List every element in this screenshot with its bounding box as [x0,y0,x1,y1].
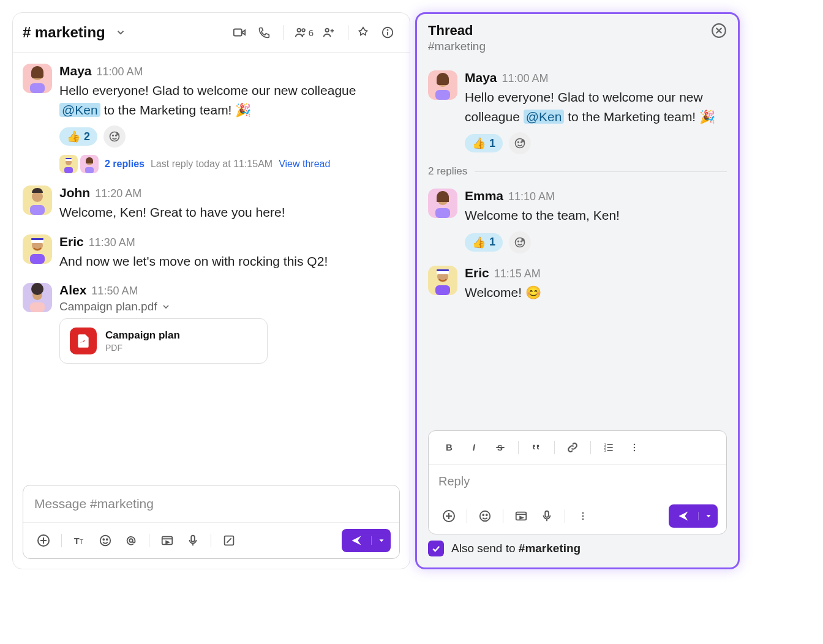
more-format-icon[interactable] [623,436,646,459]
pin-icon[interactable] [351,20,375,45]
also-send-checkbox-row[interactable]: Also send to #marketing [417,541,738,567]
checkbox-checked-icon[interactable] [428,541,444,556]
svg-text:3: 3 [604,449,606,452]
shortcut-icon[interactable] [217,529,241,552]
file-attachment-name[interactable]: Campaign plan.pdf [59,300,400,313]
svg-point-14 [116,135,117,137]
svg-rect-20 [64,167,73,173]
svg-point-63 [521,241,522,242]
svg-rect-53 [435,90,450,100]
avatar[interactable] [23,64,52,93]
svg-rect-11 [30,83,45,93]
reply-input[interactable]: Reply [429,465,726,498]
send-button[interactable] [342,529,391,552]
svg-rect-92 [545,511,549,517]
send-button[interactable] [669,504,718,528]
svg-point-96 [582,519,584,520]
svg-line-47 [227,538,231,542]
link-icon[interactable] [561,436,584,459]
chevron-down-icon[interactable] [115,27,126,38]
reaction-button[interactable]: 👍 1 [465,134,503,152]
add-member-icon[interactable] [316,20,340,45]
add-reaction-button[interactable] [509,132,531,154]
svg-point-80 [634,444,636,446]
message-author[interactable]: Emma [465,189,503,203]
member-count: 6 [309,28,314,38]
phone-call-icon[interactable] [252,20,276,45]
send-icon[interactable] [669,510,698,522]
svg-text:T: T [74,536,80,546]
svg-rect-60 [435,208,450,218]
video-call-icon[interactable] [227,20,252,45]
avatar[interactable] [428,70,457,100]
emoji-icon[interactable] [473,504,497,528]
message-author[interactable]: Maya [465,70,497,85]
mention[interactable]: @Ken [59,103,100,117]
microphone-icon[interactable] [535,504,558,528]
add-reaction-button[interactable] [509,231,531,253]
message-author[interactable]: Maya [59,64,92,78]
svg-rect-22 [85,167,94,173]
list-icon[interactable]: 123 [597,436,620,459]
message-author[interactable]: Eric [59,234,84,249]
svg-point-88 [486,514,487,515]
channel-name[interactable]: # marketing [23,24,105,41]
microphone-icon[interactable] [181,529,205,552]
thread-message-list: Maya 11:00 AM Hello everyone! Glad to we… [417,62,738,424]
file-card[interactable]: Campaign plan PDF [59,318,268,364]
svg-point-3 [302,29,305,32]
avatar[interactable] [23,234,52,264]
send-options-icon[interactable] [698,512,718,520]
message-text: Hello everyone! Glad to welcome our new … [59,81,400,119]
svg-point-38 [103,539,104,540]
video-icon[interactable] [509,504,533,528]
replies-count[interactable]: 2 replies [105,159,145,170]
avatar[interactable] [23,283,52,312]
message-input[interactable]: Message #marketing [23,485,399,523]
file-type: PDF [105,343,180,353]
info-icon[interactable] [375,20,400,45]
send-icon[interactable] [342,534,371,547]
svg-rect-44 [191,536,195,542]
add-reaction-button[interactable] [103,125,126,148]
thread-reply: Emma 11:10 AM Welcome to the team, Ken! … [428,182,727,260]
view-thread-link[interactable]: View thread [279,159,330,170]
strikethrough-icon[interactable]: S [489,436,512,459]
reply-avatar [59,155,78,173]
emoji-icon[interactable] [94,529,117,552]
add-attachment-icon[interactable] [437,504,460,528]
message-author[interactable]: John [59,185,90,200]
svg-point-95 [582,515,584,517]
thread-summary[interactable]: 2 replies Last reply today at 11:15AM Vi… [59,155,400,173]
svg-rect-0 [234,29,242,36]
italic-icon[interactable]: I [463,436,486,459]
svg-rect-31 [30,302,45,312]
reaction-button[interactable]: 👍 1 [465,233,503,252]
bold-icon[interactable]: B [437,436,460,459]
members-icon[interactable]: 6 [291,20,316,45]
close-icon[interactable] [711,23,727,39]
quote-icon[interactable] [525,436,548,459]
svg-point-30 [31,283,43,295]
svg-rect-24 [30,205,45,215]
svg-marker-43 [166,541,169,544]
pdf-icon [70,328,97,354]
send-options-icon[interactable] [371,536,391,545]
thread-reply: Eric 11:15 AM Welcome! 😊 [428,260,727,309]
svg-point-62 [518,241,519,242]
svg-rect-69 [435,285,450,295]
avatar[interactable] [23,185,52,215]
more-icon[interactable] [571,504,595,528]
format-text-icon[interactable]: TT [68,529,91,552]
reaction-button[interactable]: 👍 2 [59,127,97,146]
mention-icon[interactable] [119,529,143,552]
video-icon[interactable] [156,529,179,552]
mention[interactable]: @Ken [524,110,565,124]
message: Eric 11:30 AM And now we let's move on w… [23,228,400,277]
avatar[interactable] [428,266,457,295]
thread-subtitle: #marketing [428,40,486,53]
message-author[interactable]: Eric [465,266,489,280]
message-author[interactable]: Alex [59,283,86,298]
avatar[interactable] [428,189,457,218]
add-attachment-icon[interactable] [32,529,55,552]
